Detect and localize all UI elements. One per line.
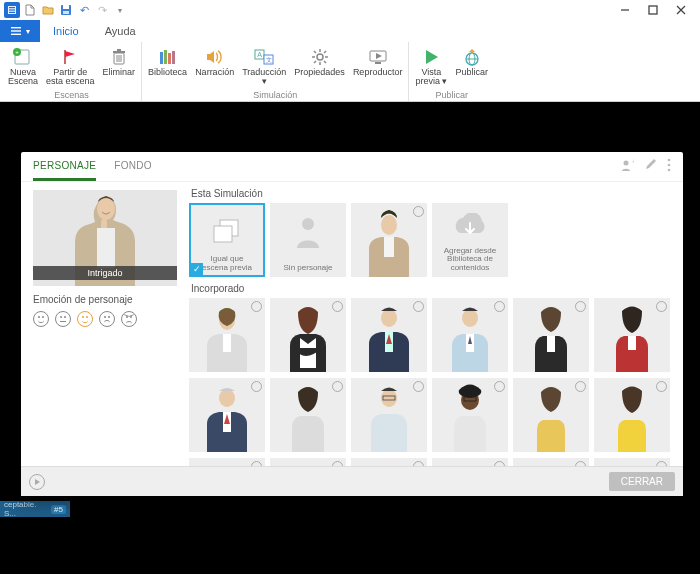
- emotion-picker: [33, 311, 177, 327]
- scene-thumbnail-badge: #5: [51, 505, 66, 514]
- new-scene-icon: +: [13, 46, 33, 68]
- emotion-angry[interactable]: [121, 311, 137, 327]
- tab-ayuda[interactable]: Ayuda: [92, 20, 149, 42]
- library-label: Biblioteca: [148, 68, 187, 77]
- narration-button[interactable]: Narración: [191, 44, 238, 90]
- player-button[interactable]: Reproductor: [349, 44, 407, 90]
- svg-rect-6: [63, 11, 69, 14]
- open-folder-icon[interactable]: [40, 2, 56, 18]
- character-preview-panel: Intrigado Emoción de personaje: [21, 182, 189, 466]
- new-scene-button[interactable]: + Nueva Escena: [4, 44, 42, 90]
- builtin-card[interactable]: [270, 458, 346, 466]
- svg-point-33: [317, 54, 323, 60]
- more-vertical-icon[interactable]: [667, 158, 671, 175]
- new-scene-label: Nueva Escena: [8, 68, 38, 87]
- scene-thumbnail-peek[interactable]: ceptable. S... #5: [0, 501, 70, 517]
- builtin-row-2: [189, 378, 673, 452]
- books-icon: [158, 46, 178, 68]
- builtin-card[interactable]: [432, 378, 508, 452]
- svg-rect-5: [63, 5, 69, 9]
- emotion-intrigued[interactable]: [77, 311, 93, 327]
- tab-personaje[interactable]: PERSONAJE: [33, 152, 96, 181]
- close-button[interactable]: [674, 3, 688, 17]
- builtin-card[interactable]: [351, 458, 427, 466]
- tab-inicio[interactable]: Inicio: [40, 20, 92, 42]
- save-icon[interactable]: [58, 2, 74, 18]
- builtin-card[interactable]: [432, 458, 508, 466]
- play-preview-button[interactable]: [29, 474, 45, 490]
- emotion-neutral[interactable]: [55, 311, 71, 327]
- preview-button[interactable]: Vista previa ▾: [411, 44, 451, 90]
- gear-icon: [311, 46, 329, 68]
- svg-rect-56: [97, 228, 115, 268]
- ribbon-group-simulacion: Biblioteca Narración A文 Traducción ▾ Pro…: [142, 42, 409, 101]
- tab-fondo[interactable]: FONDO: [114, 152, 152, 181]
- emotion-caption: Emoción de personaje: [33, 294, 177, 305]
- builtin-card[interactable]: [432, 298, 508, 372]
- translate-icon: A文: [254, 46, 274, 68]
- builtin-card[interactable]: [189, 298, 265, 372]
- emotion-badge-icon: [494, 461, 505, 466]
- emotion-badge-icon: [413, 461, 424, 466]
- dialog-tabs: PERSONAJE FONDO +: [21, 152, 683, 182]
- svg-rect-76: [547, 336, 555, 352]
- emotion-happy[interactable]: [33, 311, 49, 327]
- builtin-card[interactable]: [594, 298, 670, 372]
- add-person-icon[interactable]: +: [620, 158, 634, 175]
- builtin-card[interactable]: [513, 378, 589, 452]
- svg-point-72: [462, 309, 478, 327]
- svg-rect-58: [214, 226, 232, 242]
- player-icon: [368, 46, 388, 68]
- library-button[interactable]: Biblioteca: [144, 44, 191, 90]
- translation-label: Traducción ▾: [242, 68, 286, 87]
- qat-dropdown-icon[interactable]: ▾: [112, 2, 128, 18]
- translation-button[interactable]: A文 Traducción ▾: [238, 44, 290, 90]
- builtin-card[interactable]: [351, 378, 427, 452]
- maximize-button[interactable]: [646, 3, 660, 17]
- redo-icon[interactable]: ↷: [94, 2, 110, 18]
- from-scene-button[interactable]: Partir de esta escena: [42, 44, 99, 90]
- file-menu-caret: ▾: [26, 27, 30, 36]
- svg-text:+: +: [632, 158, 634, 165]
- svg-text:+: +: [15, 49, 19, 55]
- card-same-as-previous[interactable]: Igual que escena previa ✓: [189, 203, 265, 277]
- publish-button[interactable]: Publicar: [451, 44, 492, 90]
- group-label-simulacion: Simulación: [253, 90, 297, 101]
- svg-rect-26: [164, 50, 167, 64]
- builtin-card[interactable]: [513, 298, 589, 372]
- app-menu-button[interactable]: [4, 2, 20, 18]
- edit-pencil-icon[interactable]: [644, 158, 657, 175]
- builtin-card[interactable]: [594, 378, 670, 452]
- svg-rect-2: [9, 9, 15, 10]
- card-add-from-library[interactable]: Agregar desde Biblioteca de contenidos: [432, 203, 508, 277]
- svg-point-54: [668, 169, 671, 172]
- card-this-sim-person-1[interactable]: [351, 203, 427, 277]
- builtin-card[interactable]: [351, 298, 427, 372]
- delete-scene-label: Eliminar: [103, 68, 136, 77]
- builtin-card[interactable]: [594, 458, 670, 466]
- builtin-row-3: [189, 458, 673, 466]
- group-label-escenas: Escenas: [54, 90, 89, 101]
- properties-button[interactable]: Propiedades: [290, 44, 349, 90]
- undo-icon[interactable]: ↶: [76, 2, 92, 18]
- svg-marker-43: [376, 53, 382, 59]
- emotion-badge-icon: [656, 301, 667, 312]
- builtin-card[interactable]: [270, 298, 346, 372]
- emotion-sad[interactable]: [99, 311, 115, 327]
- svg-line-38: [314, 51, 316, 53]
- close-dialog-button[interactable]: CERRAR: [609, 472, 675, 491]
- emotion-badge-icon: [413, 381, 424, 392]
- emotion-name-band: Intrigado: [33, 266, 177, 280]
- emotion-badge-icon: [332, 301, 343, 312]
- delete-scene-button[interactable]: Eliminar: [99, 44, 140, 90]
- play-icon: [422, 46, 440, 68]
- builtin-card[interactable]: [270, 378, 346, 452]
- builtin-card[interactable]: [189, 458, 265, 466]
- card-no-character[interactable]: Sin personaje: [270, 203, 346, 277]
- builtin-card[interactable]: [189, 378, 265, 452]
- file-menu[interactable]: ▾: [0, 20, 40, 42]
- builtin-card[interactable]: [513, 458, 589, 466]
- svg-rect-62: [384, 237, 394, 257]
- minimize-button[interactable]: [618, 3, 632, 17]
- new-file-icon[interactable]: [22, 2, 38, 18]
